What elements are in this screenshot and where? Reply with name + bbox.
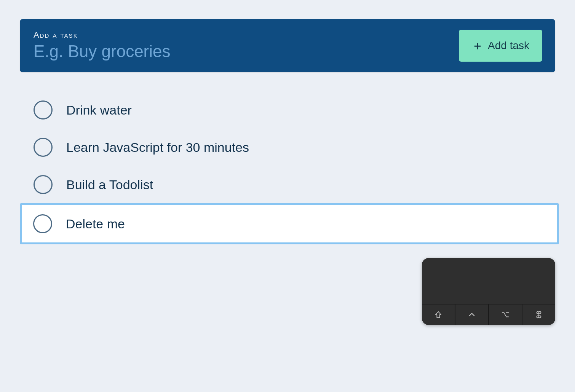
task-row[interactable]: Drink water <box>34 91 555 129</box>
task-list: Drink water Learn JavaScript for 30 minu… <box>20 91 555 244</box>
add-task-button-label: Add task <box>488 40 529 52</box>
task-label: Delete me <box>66 217 125 231</box>
option-icon <box>501 311 510 319</box>
task-complete-toggle[interactable] <box>33 214 52 233</box>
add-task-label: Add a task <box>34 30 450 40</box>
option-key[interactable] <box>489 304 522 325</box>
add-task-button[interactable]: ＋ Add task <box>459 30 542 62</box>
add-task-input-group: Add a task <box>34 30 450 62</box>
task-complete-toggle[interactable] <box>34 175 53 194</box>
plus-icon: ＋ <box>472 40 483 51</box>
task-complete-toggle[interactable] <box>34 138 53 157</box>
add-task-bar: Add a task ＋ Add task <box>20 19 555 72</box>
command-key[interactable] <box>522 304 555 325</box>
command-icon <box>535 311 543 319</box>
task-row[interactable]: Build a Todolist <box>34 166 555 203</box>
modifier-key-row <box>422 304 555 325</box>
task-label: Drink water <box>66 103 132 118</box>
task-row[interactable]: Delete me <box>20 203 559 244</box>
task-label: Learn JavaScript for 30 minutes <box>66 140 249 155</box>
task-complete-toggle[interactable] <box>34 100 53 120</box>
control-key[interactable] <box>455 304 489 325</box>
modifier-key-overlay <box>422 258 555 325</box>
shift-icon <box>434 311 442 319</box>
modifier-display-area <box>422 258 555 304</box>
control-icon <box>468 311 476 319</box>
task-row[interactable]: Learn JavaScript for 30 minutes <box>34 129 555 166</box>
task-label: Build a Todolist <box>66 177 153 192</box>
add-task-input[interactable] <box>34 41 450 62</box>
shift-key[interactable] <box>422 304 455 325</box>
